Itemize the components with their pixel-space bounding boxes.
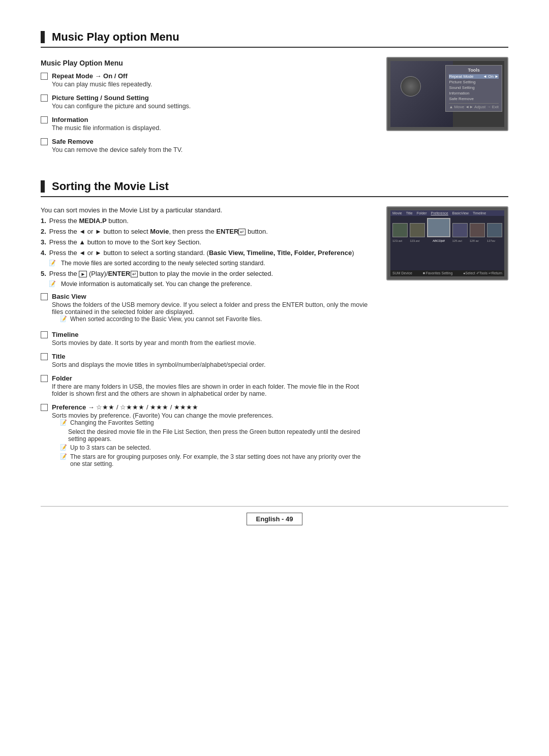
movie-filenames-row: 123.avi 123.avi ABCDjklf 125.avi 128 av … [390, 239, 504, 242]
sorting-movie-text: You can sort movies in the Movie List by… [41, 206, 371, 476]
menu-item-timeline: Timeline Sorts movies by date. It sorts … [41, 331, 371, 346]
menu-item-information-content: Information The music file information i… [52, 116, 371, 132]
menu-item-picture-content: Picture Setting / Sound Setting You can … [52, 94, 371, 110]
tv-screen-music: Tools Repeat Mode ◄ On ► Picture Setting… [386, 57, 508, 131]
menu-item-title-sort-title: Title [52, 353, 371, 360]
menu-item-title-sort: Title Sorts and displays the movie title… [41, 353, 371, 368]
music-play-tv-screen: Tools Repeat Mode ◄ On ► Picture Setting… [386, 57, 508, 131]
menu-item-basic-view-note: 📝 When sorted according to the Basic Vie… [60, 316, 371, 323]
menu-item-timeline-content: Timeline Sorts movies by date. It sorts … [52, 331, 371, 346]
menu-item-safe-remove-desc: You can remove the device safely from th… [52, 146, 371, 153]
title-bar-decoration [41, 31, 45, 43]
movie-thumbnails-row [390, 216, 504, 239]
movie-thumb-3 [452, 223, 468, 237]
menu-item-safe-remove-title: Safe Remove [52, 138, 371, 145]
tools-row-sound: Sound Setting [449, 85, 499, 90]
menu-item-preference-title: Preference → ☆★★ / ☆★★★ / ★★★ / ★★★★ [52, 403, 371, 411]
sorting-intro: You can sort movies in the Movie List by… [41, 206, 371, 214]
checkbox-title-sort [41, 353, 48, 360]
checkbox-information [41, 116, 48, 123]
menu-item-repeat-content: Repeat Mode → On / Off You can play musi… [52, 72, 371, 88]
movie-thumb-selected [427, 218, 450, 237]
sorting-steps-list: 1. Press the MEDIA.P button. 2. Press th… [41, 217, 371, 288]
checkbox-folder [41, 375, 48, 382]
tools-row-repeat: Repeat Mode ◄ On ► [449, 74, 499, 79]
movie-thumb-1 [392, 223, 408, 237]
step-5-note: 📝 Movie information is automatically set… [49, 280, 371, 288]
menu-item-timeline-desc: Sorts movies by date. It sorts by year a… [52, 339, 371, 346]
footer: English - 49 [41, 506, 508, 525]
music-play-title: Music Play option Menu [41, 30, 508, 48]
music-play-text: Music Play Option Menu Repeat Mode → On … [41, 57, 371, 160]
menu-item-preference: Preference → ☆★★ / ☆★★★ / ★★★ / ★★★★ Sor… [41, 403, 371, 469]
step-4: 4. Press the ◄ or ► button to select a s… [41, 249, 371, 257]
menu-item-safe-remove: Safe Remove You can remove the device sa… [41, 138, 371, 153]
menu-item-information: Information The music file information i… [41, 116, 371, 132]
movie-thumb-4 [470, 223, 485, 237]
step-5: 5. Press the ► (Play)/ENTER↵ button to p… [41, 270, 371, 277]
step-3: 3. Press the ▲ button to move to the Sor… [41, 238, 371, 246]
movie-screen-inner: Movie Title Folder Preference BasicView … [390, 210, 504, 276]
menu-item-picture: Picture Setting / Sound Setting You can … [41, 94, 371, 110]
music-play-subsection-title: Music Play Option Menu [41, 59, 371, 67]
sorting-movie-content: You can sort movies in the Movie List by… [41, 206, 508, 476]
menu-item-preference-desc: Sorts movies by preference. (Favorite) Y… [52, 412, 371, 419]
checkbox-picture [41, 94, 48, 102]
step-2: 2. Press the ◄ or ► button to select Mov… [41, 228, 371, 235]
menu-item-basic-view-title: Basic View [52, 293, 371, 300]
menu-item-timeline-title: Timeline [52, 331, 371, 338]
menu-item-picture-desc: You can configure the picture and sound … [52, 103, 371, 110]
tools-row-picture: Picture Setting [449, 80, 499, 84]
step-1: 1. Press the MEDIA.P button. [41, 217, 371, 225]
menu-item-information-title: Information [52, 116, 371, 123]
tools-row-safe: Safe Remove [449, 97, 499, 101]
movie-thumb-2 [410, 223, 425, 237]
movie-tv-screen: Movie Title Folder Preference BasicView … [386, 206, 508, 280]
tools-nav: ▲ Move ◄► Adjust → Exit [449, 103, 499, 109]
checkbox-safe-remove [41, 138, 48, 145]
menu-item-basic-view-desc: Shows the folders of the USB memory devi… [52, 301, 371, 316]
menu-item-folder-content: Folder If there are many folders in USB,… [52, 374, 371, 397]
menu-item-information-desc: The music file information is displayed. [52, 124, 371, 132]
menu-item-title-sort-content: Title Sorts and displays the movie title… [52, 353, 371, 368]
sorting-movie-section: Sorting the Movie List You can sort movi… [41, 180, 508, 476]
menu-item-repeat-title: Repeat Mode → On / Off [52, 72, 371, 80]
menu-item-folder-desc: If there are many folders in USB, the mo… [52, 383, 371, 397]
tv-screen-movie: Movie Title Folder Preference BasicView … [386, 206, 508, 280]
checkbox-repeat [41, 73, 48, 80]
tools-panel-music: Tools Repeat Mode ◄ On ► Picture Setting… [445, 65, 502, 112]
preference-note-2: Select the desired movie file in the Fil… [68, 428, 371, 443]
tools-panel-title: Tools [449, 68, 499, 73]
movie-nav-bar: SUM Device ■ Favorites Setting ●Select ✐… [390, 270, 504, 276]
sorting-movie-title: Sorting the Movie List [41, 180, 508, 197]
movie-thumb-5 [487, 223, 502, 237]
menu-item-picture-title: Picture Setting / Sound Setting [52, 94, 371, 102]
tools-row-info: Information [449, 91, 499, 96]
checkbox-timeline [41, 331, 48, 338]
menu-item-basic-view: Basic View Shows the folders of the USB … [41, 293, 371, 325]
menu-item-repeat-desc: You can play music files repeatedly. [52, 81, 371, 88]
footer-label: English - 49 [247, 513, 303, 525]
menu-item-title-sort-desc: Sorts and displays the movie titles in s… [52, 361, 371, 368]
music-play-section: Music Play option Menu Music Play Option… [41, 30, 508, 160]
menu-item-folder: Folder If there are many folders in USB,… [41, 374, 371, 397]
menu-item-safe-remove-content: Safe Remove You can remove the device sa… [52, 138, 371, 153]
tv-screen-inner-music: Tools Repeat Mode ◄ On ► Picture Setting… [390, 61, 504, 127]
preference-note-4: 📝 The stars are for grouping purposes on… [60, 453, 371, 467]
checkbox-preference [41, 404, 48, 411]
title-bar-decoration-2 [41, 180, 45, 193]
music-play-content: Music Play Option Menu Repeat Mode → On … [41, 57, 508, 160]
preference-note-3: 📝 Up to 3 stars can be selected. [60, 444, 371, 451]
menu-item-repeat: Repeat Mode → On / Off You can play musi… [41, 72, 371, 88]
menu-item-preference-content: Preference → ☆★★ / ☆★★★ / ★★★ / ★★★★ Sor… [52, 403, 371, 469]
checkbox-basic-view [41, 293, 48, 300]
menu-item-basic-view-content: Basic View Shows the folders of the USB … [52, 293, 371, 325]
menu-item-folder-title: Folder [52, 374, 371, 382]
movie-tab-bar: Movie Title Folder Preference BasicView … [390, 210, 504, 216]
preference-note-1: 📝 Changing the Favorites Setting [60, 419, 371, 426]
step-4-note: 📝 The movie files are sorted according t… [49, 260, 371, 267]
